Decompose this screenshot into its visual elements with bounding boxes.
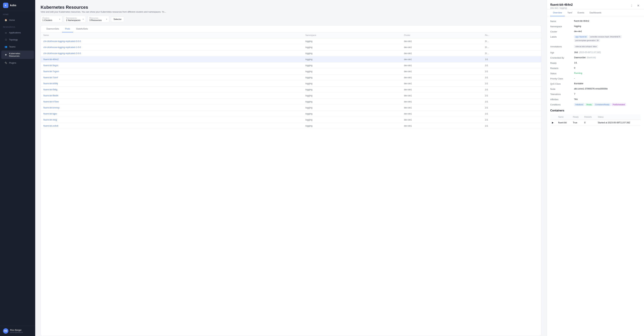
sidebar-item-home[interactable]: 🏠 Home: [1, 17, 34, 23]
cell-cluster: dev-de1: [401, 50, 482, 56]
table-row[interactable]: fluent-bit-kmmxp logging dev-de1 1/1: [41, 105, 541, 111]
detail-tab-dashboards[interactable]: Dashboards: [587, 10, 604, 16]
detail-key-cluster: Cluster: [550, 30, 572, 33]
detail-val-tolerations: 7: [574, 93, 641, 95]
detail-header-actions: ⋮ ✕: [629, 3, 641, 8]
cell-name: fluent-bit-zc8v8: [41, 123, 303, 129]
detail-val-qos: Burstable: [574, 82, 641, 85]
detail-row-status: Status Running: [550, 72, 641, 75]
detail-row-qos: QoS Class Burstable: [550, 82, 641, 85]
cell-cluster: dev-de1: [401, 111, 482, 117]
cell-name: fluent-bit-h75wv: [41, 99, 303, 105]
detail-key-status: Status: [550, 72, 572, 75]
filter-bar: Clusters 1 Clusters ▼ Namespaces 1 Names…: [35, 16, 547, 25]
cell-namespace: logging: [303, 123, 401, 129]
sidebar-item-label: Plugins: [9, 62, 16, 64]
cell-namespace: logging: [303, 38, 401, 44]
cell-cluster: dev-de1: [401, 56, 482, 63]
detail-val-status: Running: [574, 72, 641, 74]
pods-table: Name Namespace Cluster Re... chi-clickho…: [41, 32, 541, 129]
table-row[interactable]: fluent-bit-f9w9h logging dev-de1 1/1: [41, 93, 541, 99]
detail-key-namespace: Namespace: [550, 25, 572, 28]
table-row[interactable]: fluent-bit-b599j logging dev-de1 1/1: [41, 81, 541, 87]
detail-key-age: Age: [550, 51, 572, 54]
tab-pods[interactable]: Pods: [62, 26, 73, 32]
sidebar-item-label: Topology: [9, 39, 18, 41]
resources-filter[interactable]: Resources 3 Resources ▼: [88, 16, 109, 23]
user-info: Rico Berger admin@kobs.io: [10, 329, 23, 333]
selector-button[interactable]: Selector: [111, 17, 124, 22]
table-row[interactable]: fluent-bit-f5t6g logging dev-de1 1/1: [41, 87, 541, 93]
clusters-filter-arrow: ▼: [59, 18, 60, 20]
detail-more-button[interactable]: ⋮: [629, 3, 634, 8]
sidebar-item-label: Kubernetes Resources: [9, 52, 31, 57]
detail-val-labels: app: fluent-bitcontroller-revision-hash:…: [574, 35, 641, 43]
table-row[interactable]: fluent-bit-nbsjj logging dev-de1 1/1: [41, 117, 541, 123]
sidebar-item-kubernetes[interactable]: ☸ Kubernetes Resources: [1, 51, 34, 59]
clusters-filter[interactable]: Clusters 1 Clusters ▼: [40, 16, 62, 23]
page-header: Kubernetes Resources View and edit your …: [35, 0, 547, 16]
detail-tab-yaml[interactable]: Yaml: [565, 10, 575, 16]
table-row[interactable]: fluent-bit-zc8v8 logging dev-de1 1/1: [41, 123, 541, 129]
detail-title: fluent-bit-464n2: [550, 3, 627, 7]
sidebar-item-plugins[interactable]: 🔌 Plugins: [1, 60, 34, 66]
containers-col-restarts: Restarts: [582, 115, 596, 120]
cell-namespace: logging: [303, 93, 401, 99]
sidebar-item-applications[interactable]: ⚏ Applications: [1, 29, 34, 36]
sidebar-item-topology[interactable]: ⬡ Topology: [1, 37, 34, 43]
detail-key-ready: Ready: [550, 62, 572, 64]
detail-close-button[interactable]: ✕: [636, 3, 641, 8]
detail-header: fluent-bit-464n2 (dev-de1 / logging) ⋮ ✕: [547, 0, 644, 10]
table-row[interactable]: fluent-bit-lqjpv logging dev-de1 1/1: [41, 111, 541, 117]
label-badge: controller-revision-hash: 84cb464b75: [589, 35, 622, 38]
container-expand-icon[interactable]: ▶: [550, 120, 556, 126]
main-content: Kubernetes Resources View and edit your …: [35, 0, 547, 336]
clusters-filter-label: Clusters: [42, 17, 52, 19]
detail-key-priority: Priority Class: [550, 77, 572, 80]
table-row[interactable]: chi-clickhouse-logging-replicated-2-0-0 …: [41, 50, 541, 56]
tab-daemonsets[interactable]: DaemonSets: [44, 26, 62, 32]
namespaces-filter-label: Namespaces: [66, 17, 80, 19]
detail-tab-overview[interactable]: Overview: [550, 10, 565, 16]
cell-cluster: dev-de1: [401, 93, 482, 99]
detail-tab-events[interactable]: Events: [575, 10, 587, 16]
detail-key-tolerations: Tolerations: [550, 93, 572, 96]
table-row[interactable]: fluent-bit-5kgzs logging dev-de1 1/1: [41, 63, 541, 69]
table-scroll[interactable]: Name Namespace Cluster Re... chi-clickho…: [41, 32, 541, 336]
cell-name: fluent-bit-b599j: [41, 81, 303, 87]
namespaces-filter[interactable]: Namespaces 1 Namespaces ▼: [64, 16, 86, 23]
plugins-icon: 🔌: [4, 61, 8, 64]
detail-row-name: Name fluent-bit-464n2: [550, 20, 641, 23]
table-row[interactable]: fluent-bit-h75wv logging dev-de1 1/1: [41, 99, 541, 105]
cell-ready: 1/1: [482, 69, 541, 75]
tab-statefulsets[interactable]: StatefulSets: [73, 26, 91, 32]
cell-name: fluent-bit-f5t6g: [41, 87, 303, 93]
detail-body: Name fluent-bit-464n2 Namespace logging …: [547, 16, 644, 336]
app-logo-text: kobs: [10, 4, 16, 7]
condition-badge: ContainersReady: [594, 103, 611, 106]
table-row[interactable]: fluent-bit-7ngxm logging dev-de1 1/1: [41, 69, 541, 75]
cell-cluster: dev-de1: [401, 81, 482, 87]
cell-cluster: dev-de1: [401, 105, 482, 111]
table-row[interactable]: fluent-bit-7ztmf logging dev-de1 1/1: [41, 75, 541, 81]
sidebar: K kobs HOME 🏠 Home RESOURCES ⚏ Applicati…: [0, 0, 35, 336]
sidebar-item-teams[interactable]: 👥 Teams: [1, 44, 34, 50]
page-subtitle: View and edit your Kubernetes resources.…: [40, 11, 541, 13]
detail-row-cluster: Cluster dev-de1: [550, 30, 641, 33]
cell-namespace: logging: [303, 81, 401, 87]
user-email: admin@kobs.io: [10, 331, 23, 333]
container-row[interactable]: ▶ fluent-bit True 0 Started at 2023-05-0…: [550, 120, 641, 126]
container-name: fluent-bit: [556, 120, 571, 126]
col-name: Name: [41, 32, 303, 38]
container-status: Started at 2023-05-08T11:07:39Z: [596, 120, 641, 126]
cell-namespace: logging: [303, 63, 401, 69]
table-row[interactable]: fluent-bit-464n2 logging dev-de1 1/1: [41, 56, 541, 63]
detail-row-ready: Ready 1/1: [550, 62, 641, 64]
table-row[interactable]: chi-clickhouse-logging-replicated-1-0-0 …: [41, 44, 541, 50]
condition-badge: Ready: [585, 103, 593, 106]
detail-val-namespace: logging: [574, 25, 641, 27]
cell-cluster: dev-de1: [401, 117, 482, 123]
detail-val-annotations: sidecar.istio.io/inject: false: [574, 45, 641, 49]
detail-val-name: fluent-bit-464n2: [574, 20, 641, 22]
table-row[interactable]: chi-clickhouse-logging-replicated-0-0-0 …: [41, 38, 541, 44]
